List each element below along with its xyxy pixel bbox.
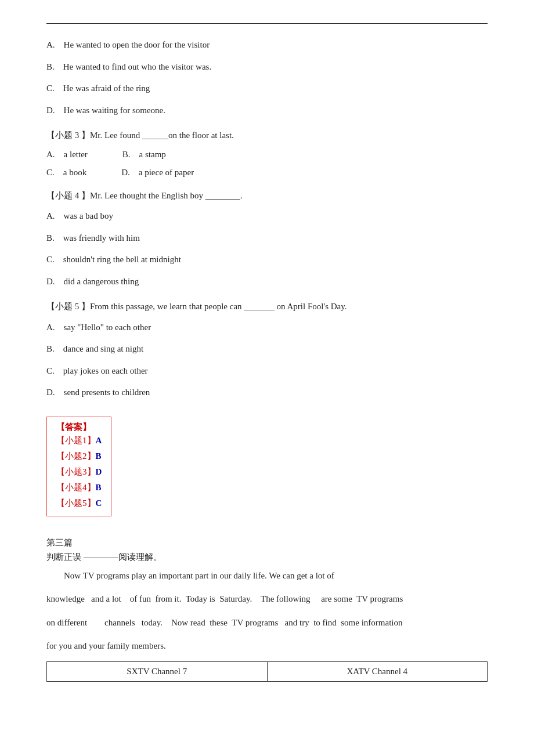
q3-option-a: A. was a bad boy bbox=[46, 209, 488, 224]
q3-options: A. was a bad boy B. was friendly with hi… bbox=[46, 209, 488, 289]
q2-options-row1: A. a letter B. a stamp bbox=[46, 149, 488, 160]
q2-option-d: D. a piece of paper bbox=[121, 167, 194, 178]
option-b1-label: B. bbox=[46, 62, 63, 71]
q3-option-d: D. did a dangerous thing bbox=[46, 274, 488, 290]
answer-line-4: 【小题4】B bbox=[56, 480, 102, 495]
q3-option-b: B. was friendly with him bbox=[46, 231, 488, 246]
option-d1: D. He was waiting for someone. bbox=[46, 103, 488, 118]
section3-intro: 判断正误 ————阅读理解。 bbox=[46, 552, 488, 563]
option-a1-text: He wanted to open the door for the visit… bbox=[64, 40, 210, 49]
option-d1-text: He was waiting for someone. bbox=[64, 106, 165, 115]
q2-option-a: A. a letter bbox=[46, 149, 88, 160]
answer-line-3: 【小题3】D bbox=[56, 464, 102, 480]
option-d1-label: D. bbox=[46, 106, 64, 115]
q4-option-d: D. send presents to children bbox=[46, 385, 488, 400]
q2-options-row2: C. a book D. a piece of paper bbox=[46, 167, 488, 178]
q1-options: A. He wanted to open the door for the vi… bbox=[46, 38, 488, 118]
option-c1-text: He was afraid of the ring bbox=[63, 84, 150, 93]
section3: 第三篇 判断正误 ————阅读理解。 Now TV programs play … bbox=[46, 537, 488, 682]
option-a1: A. He wanted to open the door for the vi… bbox=[46, 38, 488, 53]
answer-title: 【答案】 bbox=[56, 422, 102, 433]
q2-stem: 【小题 3 】Mr. Lee found ______on the floor … bbox=[46, 128, 488, 143]
q2-option-c: C. a book bbox=[46, 167, 86, 178]
option-b1-text: He wanted to find out who the visitor wa… bbox=[63, 62, 211, 71]
q4-stem: 【小题 5 】From this passage, we learn that … bbox=[46, 299, 488, 314]
passage-body-cont: knowledge and a lot of fun from it. Toda… bbox=[46, 591, 488, 607]
passage-first-sentence: Now TV programs play an important part i… bbox=[46, 567, 488, 584]
option-b1: B. He wanted to find out who the visitor… bbox=[46, 60, 488, 75]
answer-line-5: 【小题5】C bbox=[56, 495, 102, 511]
q4-option-a: A. say "Hello" to each other bbox=[46, 320, 488, 335]
q2-option-b: B. a stamp bbox=[122, 149, 166, 160]
passage-body-cont2: on different channels today. Now read th… bbox=[46, 614, 488, 631]
tv-table-row: SXTV Channel 7 XATV Channel 4 bbox=[47, 661, 488, 681]
q3-option-c: C. shouldn't ring the bell at midnight bbox=[46, 252, 488, 267]
option-c1: C. He was afraid of the ring bbox=[46, 81, 488, 96]
answer-box: 【答案】 【小题1】A 【小题2】B 【小题3】D 【小题4】B 【小题5】C bbox=[46, 417, 111, 516]
tv-col2: XATV Channel 4 bbox=[267, 661, 488, 681]
section3-title: 第三篇 bbox=[46, 537, 488, 548]
passage-body-cont3: for you and your family members. bbox=[46, 638, 488, 654]
option-c1-label: C. bbox=[46, 84, 63, 93]
option-a1-label: A. bbox=[46, 40, 64, 49]
tv-col1: SXTV Channel 7 bbox=[47, 661, 268, 681]
q4-option-b: B. dance and sing at night bbox=[46, 342, 488, 357]
q3-stem: 【小题 4 】Mr. Lee thought the English boy _… bbox=[46, 189, 488, 204]
tv-table: SXTV Channel 7 XATV Channel 4 bbox=[46, 661, 488, 682]
q4-options: A. say "Hello" to each other B. dance an… bbox=[46, 320, 488, 400]
top-divider bbox=[46, 23, 488, 24]
q4-option-c: C. play jokes on each other bbox=[46, 364, 488, 379]
answer-line-2: 【小题2】B bbox=[56, 448, 102, 464]
answer-line-1: 【小题1】A bbox=[56, 433, 102, 448]
q2-options: A. a letter B. a stamp C. a book D. a pi… bbox=[46, 149, 488, 178]
page: A. He wanted to open the door for the vi… bbox=[0, 0, 534, 705]
